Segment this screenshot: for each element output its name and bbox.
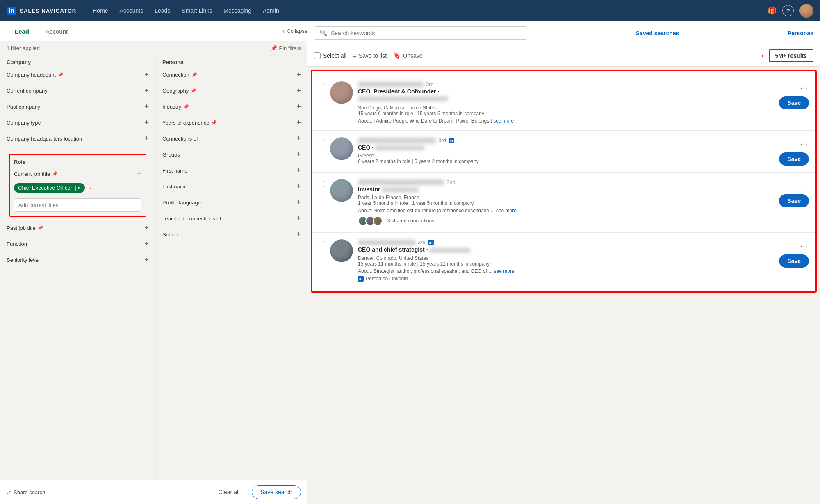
connections-of-add-icon[interactable]: + (296, 135, 301, 142)
last-name-label: Last name (162, 184, 187, 190)
company-hq-add-icon[interactable]: + (144, 135, 149, 142)
result-1-save-button[interactable]: Save (779, 96, 809, 109)
select-all-wrap[interactable]: Select all (314, 52, 346, 59)
filter-past-company[interactable]: Past company + (0, 99, 155, 115)
company-type-add-icon[interactable]: + (144, 119, 149, 126)
filter-connection[interactable]: Connection 📌 + (156, 67, 308, 83)
geography-add-icon[interactable]: + (296, 87, 301, 94)
gift-icon[interactable]: 🎁 (768, 6, 777, 15)
table-row: 3rd in CEO and chief strategist · Denver… (312, 233, 815, 288)
first-name-label: First name (162, 168, 187, 174)
clear-all-button[interactable]: Clear all (211, 485, 247, 499)
geography-label: Geography (162, 88, 189, 94)
filter-current-company[interactable]: Current company + (0, 83, 155, 99)
nav-home[interactable]: Home (88, 5, 113, 16)
nav-admin[interactable]: Admin (258, 5, 284, 16)
result-4-posted-on-linkedin: in Posted on LinkedIn (358, 276, 774, 282)
first-name-add-icon[interactable]: + (296, 167, 301, 174)
unsave-button[interactable]: 🔖 Unsave (393, 52, 422, 59)
user-avatar[interactable] (800, 4, 813, 18)
result-3-checkbox[interactable] (319, 181, 325, 187)
save-to-list-button[interactable]: ≡ Save to list (353, 52, 387, 59)
result-2-more-button[interactable]: ··· (799, 137, 809, 150)
search-keywords-input[interactable] (331, 30, 522, 36)
tab-lead[interactable]: Lead (7, 21, 37, 41)
connection-pin-icon: 📌 (191, 72, 197, 77)
filter-school[interactable]: School + (156, 227, 308, 243)
search-input-wrap[interactable]: 🔍 (314, 26, 527, 40)
result-1-see-more[interactable]: see more (493, 118, 514, 124)
tabs-collapse-row: Lead Account ‹ Collapse (0, 21, 308, 41)
years-exp-label: Years of experience (162, 120, 209, 126)
result-4-save-button[interactable]: Save (779, 254, 809, 268)
connection-add-icon[interactable]: + (296, 71, 301, 78)
nav-leads[interactable]: Leads (150, 5, 175, 16)
nav-accounts[interactable]: Accounts (115, 5, 148, 16)
result-3-more-button[interactable]: ··· (799, 179, 809, 192)
result-3-see-more[interactable]: see more (496, 208, 517, 213)
result-2-checkbox[interactable] (319, 139, 325, 145)
result-3-save-button[interactable]: Save (779, 194, 809, 207)
nav-messaging[interactable]: Messaging (219, 5, 256, 16)
result-4-see-more[interactable]: see more (494, 268, 515, 274)
result-1-avatar[interactable] (330, 81, 353, 104)
teamlink-add-icon[interactable]: + (296, 215, 301, 222)
filter-profile-language[interactable]: Profile language + (156, 195, 308, 211)
ceo-tag[interactable]: Chief Executive Officer | × (14, 183, 85, 193)
filter-teamlink[interactable]: TeamLink connections of + (156, 211, 308, 227)
nav-smart-links[interactable]: Smart Links (177, 5, 217, 16)
filter-company-type[interactable]: Company type + (0, 115, 155, 131)
years-exp-add-icon[interactable]: + (296, 119, 301, 126)
function-add-icon[interactable]: + (144, 240, 149, 247)
filter-seniority[interactable]: Seniority level + (0, 252, 155, 268)
result-2-avatar[interactable] (330, 137, 353, 160)
result-4-avatar[interactable] (330, 239, 353, 262)
filter-function[interactable]: Function + (0, 236, 155, 252)
result-4-more-button[interactable]: ··· (799, 239, 809, 252)
job-title-collapse-icon[interactable]: − (137, 170, 141, 177)
result-2-save-button[interactable]: Save (779, 152, 809, 166)
seniority-add-icon[interactable]: + (144, 256, 149, 263)
filter-connections-of[interactable]: Connections of + (156, 131, 308, 147)
current-job-title-row: Current job title 📌 − (14, 168, 141, 180)
brand-logo[interactable]: in SALES NAVIGATOR (7, 7, 76, 15)
filter-company-hq[interactable]: Company headquarters location + (0, 131, 155, 147)
profile-language-add-icon[interactable]: + (296, 199, 301, 206)
filter-years-experience[interactable]: Years of experience 📌 + (156, 115, 308, 131)
filter-geography[interactable]: Geography 📌 + (156, 83, 308, 99)
add-titles-input[interactable] (14, 198, 141, 212)
share-search-button[interactable]: ↗ Share search (7, 489, 45, 495)
result-1-more-button[interactable]: ··· (799, 81, 809, 94)
top-nav-links: Home Accounts Leads Smart Links Messagin… (88, 5, 284, 16)
school-add-icon[interactable]: + (296, 231, 301, 238)
filter-industry[interactable]: Industry 📌 + (156, 99, 308, 115)
filter-last-name[interactable]: Last name + (156, 179, 308, 195)
past-company-add-icon[interactable]: + (144, 103, 149, 110)
current-company-add-icon[interactable]: + (144, 87, 149, 94)
personas-link[interactable]: Personas (788, 30, 813, 36)
last-name-add-icon[interactable]: + (296, 183, 301, 190)
result-4-location: Denver, Colorado, United States 15 years… (358, 255, 774, 267)
save-search-button[interactable]: Save search (252, 485, 301, 499)
pin-filters-button[interactable]: 📌 Pin filters (271, 45, 301, 51)
headcount-add-icon[interactable]: + (144, 71, 149, 78)
filter-company-headcount[interactable]: Company headcount 📌 + (0, 67, 155, 83)
saved-searches-link[interactable]: Saved searches (636, 30, 679, 36)
industry-add-icon[interactable]: + (296, 103, 301, 110)
tab-account[interactable]: Account (37, 21, 76, 41)
current-job-title-label: Current job title (14, 171, 50, 177)
result-3-avatar[interactable] (330, 179, 353, 202)
filter-groups[interactable]: Groups + (156, 147, 308, 163)
result-1-checkbox[interactable] (319, 83, 325, 89)
result-4-checkbox[interactable] (319, 241, 325, 247)
ceo-tag-remove[interactable]: | × (75, 185, 81, 191)
school-label: School (162, 232, 179, 238)
bottom-actions: Clear all Save search (211, 485, 301, 499)
groups-add-icon[interactable]: + (296, 151, 301, 158)
select-all-checkbox[interactable] (314, 52, 321, 59)
help-icon[interactable]: ? (782, 5, 794, 16)
collapse-button[interactable]: ‹ Collapse (282, 27, 308, 35)
filter-first-name[interactable]: First name + (156, 163, 308, 179)
past-job-add-icon[interactable]: + (144, 224, 149, 232)
filter-past-job-title[interactable]: Past job title 📌 + (0, 220, 155, 236)
